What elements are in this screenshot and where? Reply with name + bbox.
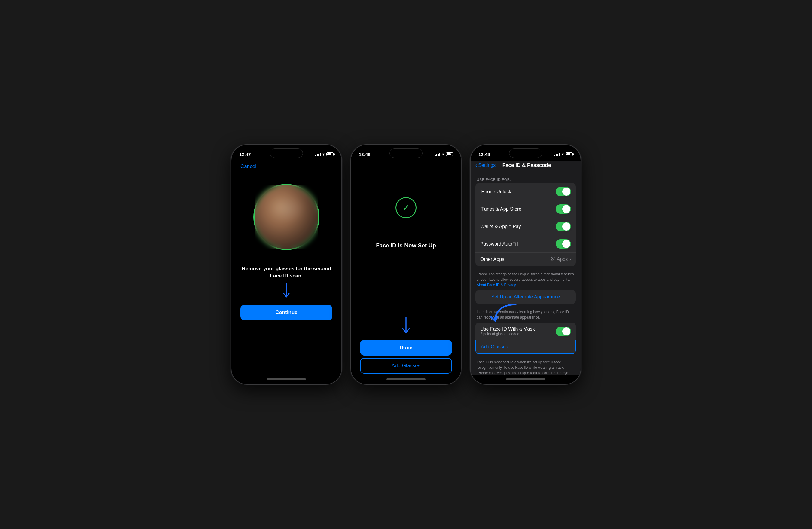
phone1-screen: 12:47 ▾ Cancel — [231, 145, 342, 384]
section-header: USE FACE ID FOR: — [475, 175, 576, 183]
wallet-applepay-label: Wallet & Apple Pay — [480, 224, 521, 229]
iphone-unlock-toggle[interactable] — [556, 187, 571, 196]
iphone-unlock-row[interactable]: iPhone Unlock — [475, 183, 576, 200]
home-indicator — [387, 378, 425, 380]
wallet-applepay-toggle[interactable] — [556, 222, 571, 231]
iphone-unlock-label: iPhone Unlock — [480, 189, 511, 195]
mask-row-subtitle: 2 pairs of glasses added — [480, 332, 556, 336]
phone2-screen: 12:48 ▾ ✓ Fac — [351, 145, 461, 384]
arrow-down-icon — [400, 316, 412, 338]
mask-toggle[interactable] — [556, 327, 571, 336]
navigation-bar: ‹ Settings Face ID & Passcode — [470, 161, 581, 172]
time-display: 12:48 — [359, 152, 370, 157]
blur-overlay — [255, 185, 318, 249]
dynamic-island — [270, 148, 303, 158]
battery-icon — [327, 153, 334, 156]
password-autofill-label: Password AutoFill — [480, 241, 518, 247]
done-button[interactable]: Done — [360, 340, 452, 356]
home-indicator — [267, 378, 306, 380]
face-id-description: iPhone can recognize the unique, three-d… — [475, 270, 576, 290]
setup-complete-title: Face ID is Now Set Up — [376, 242, 436, 249]
face-scan-circle — [253, 184, 319, 250]
back-button[interactable]: ‹ Settings — [475, 162, 495, 168]
settings-list: USE FACE ID FOR: iPhone Unlock iTunes & … — [470, 172, 581, 375]
mask-group: Use Face ID With a Mask 2 pairs of glass… — [475, 323, 576, 354]
wifi-icon: ▾ — [322, 152, 324, 157]
other-apps-right: 24 Apps › — [551, 257, 571, 262]
phone1-content: Cancel Remove your glasses for the secon… — [231, 161, 342, 375]
alternate-appearance-button[interactable]: Set Up an Alternate Appearance — [475, 290, 576, 304]
face-id-use-for-group: iPhone Unlock iTunes & App Store Wallet … — [475, 183, 576, 266]
other-apps-value: 24 Apps — [551, 257, 568, 262]
chevron-right-icon: › — [569, 257, 571, 262]
chevron-left-icon: ‹ — [475, 162, 477, 168]
face-circle — [253, 184, 319, 250]
face-photo — [255, 185, 318, 249]
add-glasses-label: Add Glasses — [481, 344, 508, 349]
other-apps-label: Other Apps — [480, 257, 504, 262]
wifi-icon: ▾ — [562, 152, 564, 157]
checkmark-icon: ✓ — [402, 203, 410, 212]
power-button — [342, 202, 342, 232]
phone3: 12:48 ▾ ‹ — [470, 144, 581, 385]
status-icons: ▾ — [554, 152, 573, 157]
itunes-appstore-toggle[interactable] — [556, 204, 571, 214]
arrow-down-icon — [280, 283, 292, 301]
signal-icon — [315, 153, 321, 156]
password-autofill-toggle[interactable] — [556, 239, 571, 248]
dynamic-island — [509, 148, 542, 158]
phone1: 12:47 ▾ Cancel — [231, 144, 342, 385]
success-checkmark-circle: ✓ — [395, 197, 417, 218]
mask-row-content: Use Face ID With a Mask 2 pairs of glass… — [480, 326, 556, 336]
signal-icon — [435, 153, 440, 156]
battery-icon — [446, 153, 453, 156]
use-face-id-mask-row[interactable]: Use Face ID With a Mask 2 pairs of glass… — [475, 323, 576, 340]
settings-screen: ‹ Settings Face ID & Passcode USE FACE I… — [470, 161, 581, 375]
instruction-text: Remove your glasses for the second Face … — [241, 265, 332, 280]
scene: 12:47 ▾ Cancel — [231, 144, 581, 385]
battery-icon — [566, 153, 573, 156]
power-button — [461, 202, 462, 232]
back-label: Settings — [478, 162, 495, 168]
home-indicator — [506, 378, 545, 380]
page-title: Face ID & Passcode — [495, 162, 558, 168]
phone2: 12:48 ▾ ✓ Fac — [350, 144, 462, 385]
about-face-id-link[interactable]: About Face ID & Privacy... — [477, 283, 519, 287]
mask-row-label: Use Face ID With a Mask — [480, 326, 556, 332]
status-icons: ▾ — [435, 152, 453, 157]
cancel-button[interactable]: Cancel — [241, 161, 256, 172]
power-button — [581, 202, 581, 232]
itunes-appstore-row[interactable]: iTunes & App Store — [475, 200, 576, 218]
password-autofill-row[interactable]: Password AutoFill — [475, 235, 576, 253]
add-glasses-button[interactable]: Add Glasses — [360, 358, 452, 374]
time-display: 12:47 — [239, 152, 251, 157]
wallet-applepay-row[interactable]: Wallet & Apple Pay — [475, 218, 576, 235]
phone2-content: ✓ Face ID is Now Set Up Done Add Glasses — [351, 161, 461, 375]
signal-icon — [554, 153, 560, 156]
other-apps-row[interactable]: Other Apps 24 Apps › — [475, 253, 576, 266]
itunes-appstore-label: iTunes & App Store — [480, 206, 521, 212]
mask-description: Face ID is most accurate when it's set u… — [475, 358, 576, 375]
time-display: 12:48 — [478, 152, 490, 157]
continue-button[interactable]: Continue — [241, 305, 332, 320]
wifi-icon: ▾ — [442, 152, 444, 157]
add-glasses-row[interactable]: Add Glasses — [475, 340, 576, 354]
alternate-appearance-description: In addition to continuously learning how… — [475, 308, 576, 323]
phone3-screen: 12:48 ▾ ‹ — [470, 145, 581, 384]
dynamic-island — [390, 148, 422, 158]
status-icons: ▾ — [315, 152, 334, 157]
